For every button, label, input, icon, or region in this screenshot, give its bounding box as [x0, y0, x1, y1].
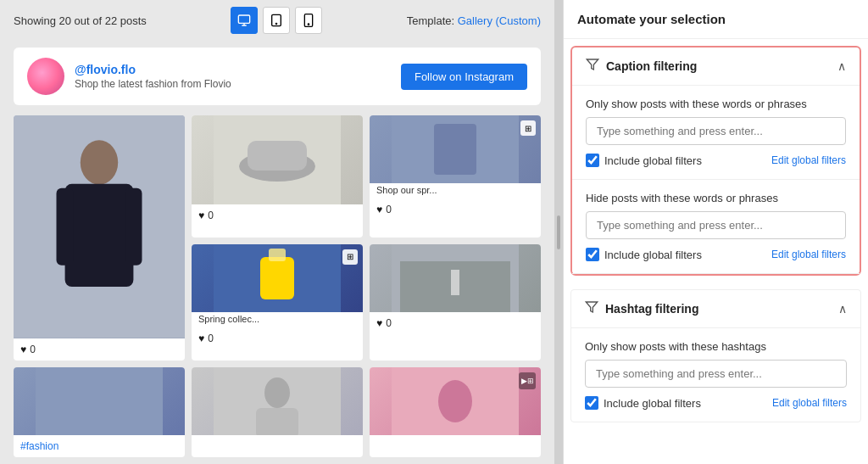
- template-link[interactable]: Gallery (Custom): [458, 14, 541, 27]
- view-icons: [231, 7, 322, 34]
- content-area: @flovio.flo Shop the latest fashion from…: [0, 41, 554, 464]
- mobile-view-button[interactable]: [295, 7, 322, 34]
- hashtag-include-checkbox[interactable]: [585, 396, 598, 410]
- hashtag-filter-icon: [585, 300, 598, 317]
- svg-rect-7: [65, 184, 134, 287]
- show-filter-checkbox-row: Include global filters Edit global filte…: [586, 154, 846, 167]
- post-image: [192, 115, 363, 204]
- hashtag-include-label[interactable]: Include global filters: [585, 396, 701, 410]
- post-card-bag: ⊞ Spring collec... ♥ 0: [192, 244, 363, 361]
- post-badge: ⊞: [520, 120, 536, 136]
- like-count: 0: [30, 344, 36, 355]
- caption-filter-chevron: ∧: [837, 59, 846, 73]
- post-image: [14, 367, 185, 435]
- hashtag-link[interactable]: #fashion: [20, 440, 58, 452]
- post-badge: ⊞: [342, 249, 358, 265]
- right-panel: Automate your selection Caption filterin…: [563, 0, 868, 464]
- hide-edit-global-filters-link[interactable]: Edit global filters: [771, 249, 846, 260]
- svg-point-26: [438, 380, 472, 422]
- template-label: Template: Gallery (Custom): [407, 14, 541, 27]
- hashtag-filter-chevron: ∧: [838, 302, 847, 316]
- heart-icon: ♥: [198, 210, 204, 221]
- svg-rect-21: [36, 367, 163, 435]
- like-count: 0: [386, 204, 392, 215]
- post-footer: #fashion: [14, 435, 185, 457]
- post-card-fashion2: #fashion: [14, 367, 185, 457]
- heart-icon: ♥: [20, 344, 26, 355]
- heart-icon: ♥: [376, 317, 382, 329]
- hide-filter-checkbox-row: Include global filters Edit global filte…: [586, 248, 846, 261]
- right-panel-title: Automate your selection: [577, 12, 854, 26]
- post-footer: ♥ 0: [370, 312, 541, 334]
- post-image: [14, 115, 185, 338]
- svg-rect-12: [248, 141, 307, 171]
- profile-username[interactable]: @flovio.flo: [75, 63, 231, 76]
- hashtag-filter-title: Hashtag filtering: [585, 300, 698, 317]
- post-caption: Shop our spr...: [370, 183, 541, 198]
- post-footer: ♥ 0: [192, 327, 363, 349]
- post-card-shoes: ♥ 0: [192, 115, 363, 238]
- post-footer: ♥ 0: [192, 204, 363, 226]
- post-image: [370, 244, 541, 312]
- hashtag-filter-section: Hashtag filtering ∧ Only show posts with…: [570, 289, 861, 422]
- like-count: 0: [386, 317, 392, 329]
- like-count: 0: [208, 210, 214, 221]
- post-footer: ♥ 0: [14, 338, 185, 361]
- tablet-view-button[interactable]: [263, 7, 290, 34]
- right-panel-header: Automate your selection: [564, 0, 868, 39]
- hide-filter-input[interactable]: [586, 211, 846, 239]
- post-badge: ▶⊞: [519, 372, 536, 389]
- profile-left: @flovio.flo Shop the latest fashion from…: [27, 58, 231, 95]
- filter-icon: [586, 58, 599, 75]
- show-edit-global-filters-link[interactable]: Edit global filters: [771, 154, 846, 166]
- post-image: ⊞: [192, 244, 363, 312]
- caption-filter-section: Caption filtering ∧ Only show posts with…: [570, 46, 861, 276]
- caption-filter-label: Caption filtering: [606, 59, 697, 73]
- panel-divider: [554, 0, 563, 464]
- caption-filter-header[interactable]: Caption filtering ∧: [572, 48, 860, 86]
- svg-rect-14: [434, 124, 476, 175]
- show-include-checkbox[interactable]: [586, 154, 599, 167]
- profile-info: @flovio.flo Shop the latest fashion from…: [75, 63, 231, 90]
- svg-rect-24: [256, 408, 298, 435]
- posts-grid: ♥ 0 ♥ 0 ⊞: [14, 115, 541, 361]
- follow-instagram-button[interactable]: Follow on Instagram: [401, 64, 527, 90]
- post-image: ⊞: [370, 115, 541, 183]
- svg-rect-8: [57, 188, 74, 266]
- post-card-building: ♥ 0: [370, 244, 541, 361]
- svg-rect-17: [269, 249, 286, 261]
- svg-rect-9: [125, 188, 142, 266]
- svg-point-4: [309, 24, 309, 25]
- hashtag-show-filter-input[interactable]: [585, 360, 847, 388]
- svg-point-2: [276, 23, 277, 24]
- post-image: ▶⊞: [370, 367, 541, 435]
- heart-icon: ♥: [376, 204, 382, 215]
- post-card-person: [192, 367, 363, 457]
- svg-marker-27: [587, 59, 598, 70]
- profile-description: Shop the latest fashion from Flovio: [75, 78, 231, 90]
- post-caption: Spring collec...: [192, 312, 363, 327]
- show-filter-input[interactable]: [586, 117, 846, 145]
- hashtag-show-filter-body: Only show posts with these hashtags Incl…: [571, 328, 860, 422]
- svg-point-6: [81, 140, 118, 185]
- avatar: [27, 58, 64, 95]
- show-include-label[interactable]: Include global filters: [586, 154, 702, 167]
- svg-rect-20: [451, 270, 459, 295]
- hide-include-checkbox[interactable]: [586, 248, 599, 261]
- bottom-posts-grid: #fashion ▶⊞: [14, 367, 541, 457]
- hashtag-filter-label: Hashtag filtering: [605, 302, 698, 316]
- svg-point-23: [264, 377, 290, 408]
- post-card-pink: ▶⊞: [370, 367, 541, 457]
- profile-card: @flovio.flo Shop the latest fashion from…: [14, 48, 541, 105]
- desktop-view-button[interactable]: [231, 7, 258, 34]
- svg-marker-28: [586, 302, 597, 312]
- hashtag-filter-header[interactable]: Hashtag filtering ∧: [571, 290, 860, 328]
- hashtag-edit-global-filters-link[interactable]: Edit global filters: [772, 397, 847, 409]
- post-footer: ♥ 0: [370, 198, 541, 221]
- hide-include-label[interactable]: Include global filters: [586, 248, 702, 261]
- hashtag-show-label: Only show posts with these hashtags: [585, 340, 847, 353]
- post-image: [192, 367, 363, 435]
- hide-filter-label: Hide posts with these words or phrases: [586, 192, 846, 204]
- svg-rect-0: [239, 15, 250, 23]
- caption-show-filter-body: Only show posts with these words or phra…: [572, 86, 860, 180]
